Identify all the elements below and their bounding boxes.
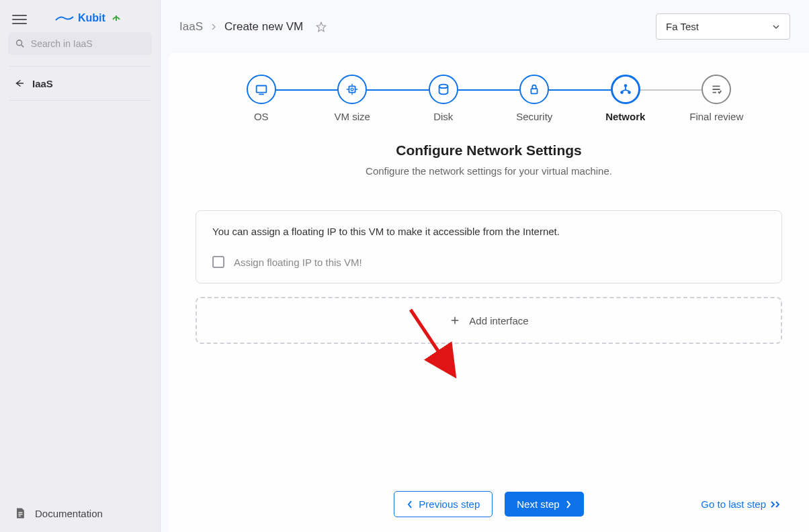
step-label: Network [605,111,645,122]
chevron-left-icon [407,500,413,509]
search-box[interactable] [8,32,152,55]
logo-text: Kubit [78,12,105,24]
step-label: Security [516,111,552,122]
breadcrumb: IaaS Create new VM [179,20,327,34]
page-title: Configure Network Settings [196,142,782,159]
assign-floating-ip-checkbox[interactable]: Assign floating IP to this VM! [212,256,765,268]
main: IaaS Create new VM Fa Test OS VM size [161,0,809,532]
info-text: You can assign a floating IP to this VM … [212,226,765,237]
documentation-link[interactable]: Documentation [0,494,160,532]
next-step-button[interactable]: Next step [505,492,583,517]
disk-icon [436,82,451,97]
svg-point-6 [351,88,353,91]
search-icon [15,38,26,50]
search-input[interactable] [31,38,145,49]
checkbox-box [212,256,224,268]
step-disk[interactable]: Disk [398,75,489,122]
step-final-review[interactable]: Final review [671,75,763,122]
step-security[interactable]: Security [489,75,581,122]
list-check-icon [709,82,724,97]
chevron-right-icon [211,23,216,31]
double-chevron-right-icon [770,500,782,508]
arrow-left-icon [13,77,26,89]
star-icon[interactable] [315,21,327,33]
wave-icon [55,15,74,21]
go-to-last-step-link[interactable]: Go to last step [701,498,782,510]
divider [9,66,151,66]
step-label: Disk [433,111,453,122]
previous-label: Previous step [419,498,480,510]
svg-rect-12 [531,89,538,93]
step-label: OS [254,111,269,122]
kubit-logo: Kubit [55,12,105,24]
last-label: Go to last step [701,498,766,510]
wizard-stepper: OS VM size Disk Security Network [196,75,782,122]
document-icon [13,506,27,520]
svg-point-1 [17,40,22,46]
documentation-label: Documentation [35,508,103,519]
step-label: Final review [689,111,743,122]
step-label: VM size [335,111,370,122]
previous-step-button[interactable]: Previous step [394,491,493,517]
os-icon [254,82,269,97]
step-os[interactable]: OS [216,75,307,122]
svg-point-11 [439,85,448,89]
step-network[interactable]: Network [580,75,671,122]
hamburger-menu-icon[interactable] [12,12,27,24]
next-label: Next step [517,498,559,510]
back-label: IaaS [32,78,53,89]
lock-icon [527,82,542,97]
sidebar-header: Kubit [0,0,160,32]
divider [9,100,151,101]
wizard-footer: Previous step Next step Go to last step [196,491,782,517]
topbar: IaaS Create new VM Fa Test [161,0,809,53]
cpu-icon [345,82,359,97]
logo-group[interactable]: Kubit [55,12,122,24]
content: OS VM size Disk Security Network [169,53,809,532]
network-icon [618,82,633,97]
search-row [0,32,160,62]
page-description: Configure the network settings for your … [196,165,782,177]
secondary-logo-icon [111,13,122,24]
step-vm-size[interactable]: VM size [307,75,398,122]
svg-point-13 [624,84,627,87]
tenant-selected: Fa Test [666,21,699,32]
floating-ip-card: You can assign a floating IP to this VM … [196,210,782,283]
checkbox-label: Assign floating IP to this VM! [234,257,362,268]
breadcrumb-current: Create new VM [224,20,303,34]
add-interface-label: Add interface [469,315,528,326]
svg-rect-3 [256,86,266,93]
breadcrumb-root[interactable]: IaaS [179,20,203,34]
chevron-right-icon [565,500,572,509]
sidebar: Kubit IaaS Documentation [0,0,161,532]
plus-icon [449,314,461,326]
add-interface-button[interactable]: Add interface [196,297,782,344]
back-navigation[interactable]: IaaS [0,71,160,96]
svg-rect-5 [349,86,355,92]
tenant-selector[interactable]: Fa Test [656,13,790,40]
chevron-down-icon [772,24,780,30]
svg-line-2 [22,45,24,47]
